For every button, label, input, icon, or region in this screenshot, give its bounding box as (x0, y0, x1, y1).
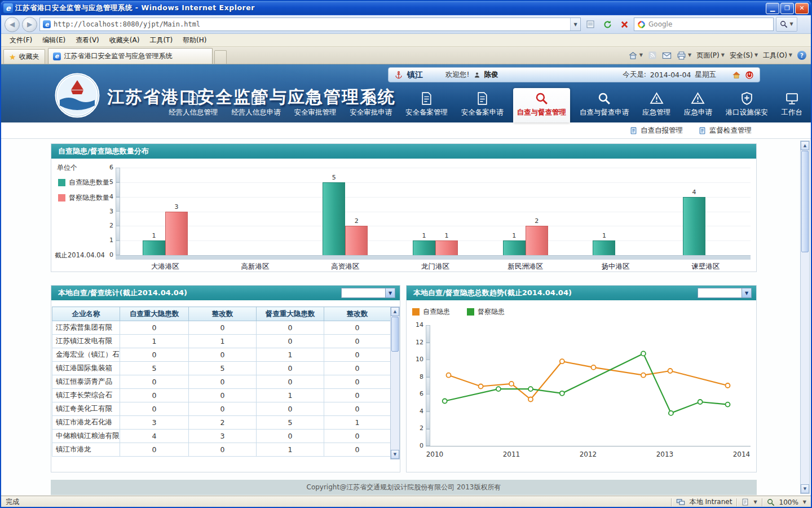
trend-filter-dropdown[interactable]: ▼ (698, 288, 752, 298)
table-scrollbar[interactable]: ▲ ▼ (390, 306, 400, 459)
table-row[interactable]: 镇江市港龙0010 (52, 443, 391, 457)
table-row[interactable]: 镇江奇美化工有限0000 (52, 402, 391, 416)
table-cell: 0 (120, 375, 189, 389)
favorites-label: 收藏夹 (19, 52, 39, 62)
table-row[interactable]: 镇江恒泰沥青产品0000 (52, 375, 391, 389)
date-value: 2014-04-04 (650, 71, 691, 79)
nav-item-10[interactable]: 港口设施保安 (722, 88, 772, 122)
page-scrollbar[interactable]: ▲ ▼ (800, 141, 810, 494)
zoom-level[interactable]: 100% (779, 498, 798, 506)
bar-value-label: 1 (435, 232, 458, 239)
nav-item-label: 安全备案申请 (461, 108, 504, 117)
scroll-thumb[interactable] (801, 151, 809, 252)
nav-item-4[interactable]: 安全备案管理 (401, 88, 452, 122)
table-cell: 镇江市港龙石化港 (52, 416, 120, 430)
home-dropdown-icon[interactable]: ▼ (639, 53, 643, 58)
page-tab[interactable]: e 江苏省港口安全监管与应急管理系统 (48, 48, 213, 64)
feeds-button[interactable] (648, 51, 657, 60)
title-bar[interactable]: e 江苏省港口安全监管与应急管理系统 - Windows Internet Ex… (1, 1, 811, 15)
nav-item-6[interactable]: 自查与督查管理 (513, 88, 571, 122)
chevron-down-icon[interactable]: ▼ (742, 288, 751, 297)
portal-home-icon[interactable] (732, 71, 741, 80)
stop-button[interactable] (617, 17, 632, 32)
doc-icon (475, 91, 489, 106)
command-menu-2[interactable]: 工具(O)▼ (763, 51, 792, 60)
table-header-cell[interactable]: 整改数 (189, 307, 257, 321)
command-menu-0[interactable]: 页面(P)▼ (696, 51, 725, 60)
zoom-icon[interactable] (767, 498, 775, 506)
menu-item-2[interactable]: 查看(V) (70, 34, 104, 47)
table-cell: 0 (189, 389, 257, 402)
scroll-up-icon[interactable]: ▲ (801, 141, 809, 150)
table-cell: 0 (324, 375, 391, 389)
table-cell: 镇江奇美化工有限 (52, 402, 120, 416)
nav-item-8[interactable]: 应急管理 (638, 88, 674, 122)
table-cell: 5 (189, 362, 257, 375)
nav-item-0[interactable]: 经营人信息管理 (165, 88, 222, 122)
menu-item-3[interactable]: 收藏夹(A) (104, 34, 145, 47)
chevron-down-icon: ▼ (789, 53, 792, 58)
table-row[interactable]: 镇江市港龙石化港3251 (52, 416, 391, 430)
forward-button[interactable]: ▶ (22, 17, 37, 32)
table-row[interactable]: 镇江李长荣综合石0010 (52, 389, 391, 402)
compatibility-view-button[interactable] (583, 17, 598, 32)
table-header-cell[interactable]: 督查重大隐患数 (257, 307, 324, 321)
chevron-down-icon[interactable]: ▼ (803, 500, 806, 505)
print-dropdown-icon[interactable]: ▼ (688, 53, 691, 58)
table-row[interactable]: 江苏镇江发电有限1100 (52, 335, 391, 348)
bar-value-label: 3 (165, 203, 188, 211)
y-tick-label: 6 (99, 164, 113, 171)
table-cell: 0 (324, 348, 391, 362)
statistics-filter-dropdown[interactable]: ▼ (341, 288, 395, 298)
nav-item-11[interactable]: 工作台 (777, 88, 806, 122)
address-bar[interactable]: e http://localhost:8080/yjpt/Main.html ▼ (39, 17, 581, 31)
search-input[interactable]: Google (648, 20, 770, 28)
scroll-up-icon[interactable]: ▲ (391, 307, 399, 316)
mail-button[interactable] (662, 51, 672, 60)
nav-item-7[interactable]: 自查与督查申请 (576, 88, 633, 122)
print-button[interactable]: ▼ (677, 51, 691, 60)
url-text[interactable]: http://localhost:8080/yjpt/Main.html (54, 20, 567, 28)
sub-menu-item-0[interactable]: 自查自报管理 (630, 126, 683, 135)
nav-item-5[interactable]: 安全备案申请 (457, 88, 508, 122)
scroll-down-icon[interactable]: ▼ (391, 450, 399, 459)
scroll-down-icon[interactable]: ▼ (801, 484, 809, 493)
back-button[interactable]: ◀ (5, 17, 20, 32)
menu-item-5[interactable]: 帮助(H) (178, 34, 211, 47)
menu-item-1[interactable]: 编辑(E) (37, 34, 70, 47)
table-header-cell[interactable]: 企业名称 (52, 307, 120, 321)
help-icon[interactable]: ? (797, 51, 806, 60)
logout-power-icon[interactable] (745, 71, 754, 80)
nav-item-9[interactable]: 应急申请 (680, 88, 716, 122)
minimize-button[interactable]: ▁ (766, 3, 779, 14)
address-dropdown-icon[interactable]: ▼ (570, 18, 580, 30)
new-tab-button[interactable] (214, 50, 227, 64)
search-dropdown-icon[interactable]: ▼ (789, 22, 793, 27)
table-row[interactable]: 镇江港国际集装箱5500 (52, 362, 391, 375)
table-row[interactable]: 江苏索普集团有限0000 (52, 321, 391, 335)
table-row[interactable]: 金海宏业（镇江）石0010 (52, 348, 391, 362)
command-menu-1[interactable]: 安全(S)▼ (730, 51, 758, 60)
table-row[interactable]: 中储粮镇江粮油有限4300 (52, 430, 391, 443)
sub-menu-item-1[interactable]: 监督检查管理 (699, 126, 752, 135)
user-icon (474, 72, 480, 78)
search-box[interactable]: Google (634, 17, 774, 31)
table-cell: 5 (257, 416, 324, 430)
home-button[interactable]: ▼ (628, 51, 643, 60)
close-button[interactable]: ✕ (795, 3, 809, 14)
chevron-down-icon[interactable]: ▼ (753, 500, 757, 505)
favorites-button[interactable]: ★ 收藏夹 (3, 49, 45, 64)
chevron-down-icon[interactable]: ▼ (385, 288, 395, 297)
nav-item-3[interactable]: 安全审批申请 (346, 88, 396, 122)
protected-mode-icon[interactable] (742, 498, 749, 506)
maximize-button[interactable]: ❐ (780, 3, 794, 14)
menu-item-0[interactable]: 文件(F) (5, 34, 37, 47)
menu-item-4[interactable]: 工具(T) (144, 34, 178, 47)
refresh-button[interactable] (600, 17, 615, 32)
nav-item-2[interactable]: 安全审批管理 (290, 88, 341, 122)
scroll-thumb[interactable] (391, 317, 399, 352)
nav-item-1[interactable]: 经营人信息申请 (227, 88, 285, 122)
table-header-cell[interactable]: 自查重大隐患数 (120, 307, 189, 321)
search-button[interactable]: ▼ (776, 17, 797, 32)
table-header-cell[interactable]: 整改数 (324, 307, 391, 321)
